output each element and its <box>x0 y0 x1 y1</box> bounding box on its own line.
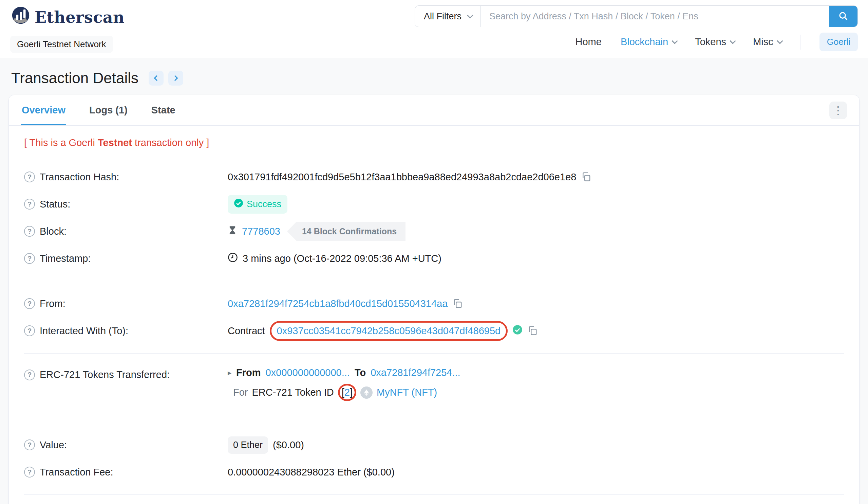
row-label-text: Interacted With (To): <box>40 325 128 336</box>
help-icon[interactable]: ? <box>24 172 35 182</box>
value-usd: ($0.00) <box>273 440 304 451</box>
erc721-token-type: ERC-721 Token ID <box>252 387 334 398</box>
search-icon <box>838 11 848 22</box>
search-bar: All Filters <box>415 6 858 27</box>
row-transaction-fee: ? Transaction Fee: 0.000000243088298023 … <box>24 458 844 486</box>
nav-item-home[interactable]: Home <box>576 36 602 48</box>
main-content: Transaction Details Overview Logs (1) St… <box>0 70 868 504</box>
transaction-card: Overview Logs (1) State ⋮ [ This is a Go… <box>9 95 859 504</box>
row-label-text: Transaction Fee: <box>40 467 113 478</box>
help-icon[interactable]: ? <box>24 325 35 336</box>
prev-transaction-button[interactable] <box>148 71 164 85</box>
timestamp-value: 3 mins ago (Oct-16-2022 09:05:36 AM +UTC… <box>242 253 442 264</box>
hourglass-icon <box>228 225 237 238</box>
from-address-link[interactable]: 0xa7281f294f7254cb1a8fbd40cd15d015504314… <box>228 298 447 309</box>
chevron-down-icon <box>777 38 783 44</box>
caret-right-icon: ▸ <box>228 369 231 377</box>
network-switch-button[interactable]: Goerli <box>819 33 858 51</box>
contract-address-link[interactable]: 0x937cc03541cc7942b258c0596e43d047df4869… <box>277 325 501 336</box>
tab-logs[interactable]: Logs (1) <box>89 95 128 125</box>
etherscan-logo[interactable]: Etherscan <box>10 6 125 29</box>
section-divider <box>24 281 844 281</box>
status-badge: Success <box>228 195 287 214</box>
row-status: ? Status: Success <box>24 191 844 218</box>
copy-icon <box>581 172 591 183</box>
help-icon[interactable]: ? <box>24 440 35 450</box>
row-label-text: Block: <box>40 226 66 237</box>
eth-diamond-icon <box>360 386 373 399</box>
erc721-to-address-link[interactable]: 0xa7281f294f7254... <box>371 367 460 378</box>
search-button[interactable] <box>829 6 857 27</box>
etherscan-logo-icon <box>10 6 31 29</box>
row-erc721-transfers: ? ERC-721 Tokens Transferred: ▸ From 0x0… <box>24 362 844 403</box>
chevron-down-icon <box>467 12 473 18</box>
token-name-link[interactable]: MyNFT (NFT) <box>377 387 437 398</box>
page-title: Transaction Details <box>11 70 138 87</box>
tab-state[interactable]: State <box>151 95 176 125</box>
erc721-to-label: To <box>354 367 366 378</box>
copy-txhash-button[interactable] <box>581 172 591 183</box>
help-icon[interactable]: ? <box>24 467 35 477</box>
row-transaction-hash: ? Transaction Hash: 0x301791fdf492001fcd… <box>24 163 844 191</box>
copy-icon <box>527 325 537 336</box>
testnet-notice: [ This is a Goerli Testnet transaction o… <box>24 137 844 149</box>
help-icon[interactable]: ? <box>24 226 35 237</box>
section-divider <box>24 419 844 419</box>
more-options-button[interactable]: ⋮ <box>829 102 847 119</box>
chevron-down-icon <box>730 38 736 44</box>
brand-name: Etherscan <box>34 8 125 27</box>
nav-item-tokens[interactable]: Tokens <box>695 36 734 48</box>
clock-icon <box>228 252 238 265</box>
row-label-text: Transaction Hash: <box>40 172 119 183</box>
help-icon[interactable]: ? <box>24 298 35 309</box>
annotation-red-oval: 0x937cc03541cc7942b258c0596e43d047df4869… <box>270 321 508 341</box>
tab-overview[interactable]: Overview <box>21 95 66 125</box>
help-icon[interactable]: ? <box>24 199 35 210</box>
row-label-text: Value: <box>40 440 67 451</box>
row-label-text: ERC-721 Tokens Transferred: <box>40 369 170 380</box>
transaction-fee-value: 0.000000243088298023 Ether ($0.00) <box>228 467 395 478</box>
network-badge: Goerli Testnet Network <box>10 36 113 53</box>
section-divider <box>24 353 844 354</box>
value-ether-badge: 0 Ether <box>228 436 268 454</box>
verified-check-icon <box>513 325 523 337</box>
kebab-icon: ⋮ <box>833 105 844 116</box>
check-circle-icon <box>234 198 243 210</box>
row-label-text: Timestamp: <box>40 253 91 264</box>
help-icon[interactable]: ? <box>24 370 35 380</box>
search-input[interactable] <box>480 6 829 27</box>
help-icon[interactable]: ? <box>24 253 35 264</box>
copy-from-address-button[interactable] <box>452 298 463 309</box>
block-confirmations-badge: 14 Block Confirmations <box>287 222 405 241</box>
chevron-down-icon <box>672 38 678 44</box>
row-from: ? From: 0xa7281f294f7254cb1a8fbd40cd15d0… <box>24 290 844 317</box>
copy-icon <box>452 298 463 309</box>
copy-contract-address-button[interactable] <box>527 325 537 336</box>
annotation-red-circle: [2] <box>338 384 356 401</box>
section-divider <box>24 494 844 495</box>
erc721-for-label: For <box>233 387 248 398</box>
token-id-link[interactable]: 2 <box>344 387 350 398</box>
row-label-text: Status: <box>40 199 70 210</box>
nav-divider <box>800 34 800 50</box>
bracket-open: [ <box>342 387 344 398</box>
block-number-link[interactable]: 7778603 <box>242 226 280 237</box>
search-filter-label: All Filters <box>424 11 462 22</box>
row-timestamp: ? Timestamp: 3 mins ago (Oct-16-2022 09:… <box>24 245 844 272</box>
row-value: ? Value: 0 Ether ($0.00) <box>24 431 844 458</box>
chevron-left-icon <box>154 75 159 81</box>
tab-bar: Overview Logs (1) State <box>21 95 176 125</box>
search-filter-dropdown[interactable]: All Filters <box>415 6 480 27</box>
erc721-from-address-link[interactable]: 0x000000000000... <box>266 367 350 378</box>
nav-item-misc[interactable]: Misc <box>753 36 781 48</box>
bracket-close: ] <box>350 387 353 398</box>
next-transaction-button[interactable] <box>168 71 183 85</box>
chevron-right-icon <box>172 75 178 81</box>
main-nav: Home Blockchain Tokens Misc Goerli <box>576 33 858 51</box>
transaction-hash-value: 0x301791fdf492001fcd9d5e5b12f3aa1bbbea9a… <box>228 172 576 183</box>
row-interacted-with: ? Interacted With (To): Contract 0x937cc… <box>24 317 844 344</box>
erc721-from-label: From <box>236 367 261 378</box>
nav-item-blockchain[interactable]: Blockchain <box>621 36 676 48</box>
contract-prefix: Contract <box>228 325 265 336</box>
row-label-text: From: <box>40 298 65 309</box>
